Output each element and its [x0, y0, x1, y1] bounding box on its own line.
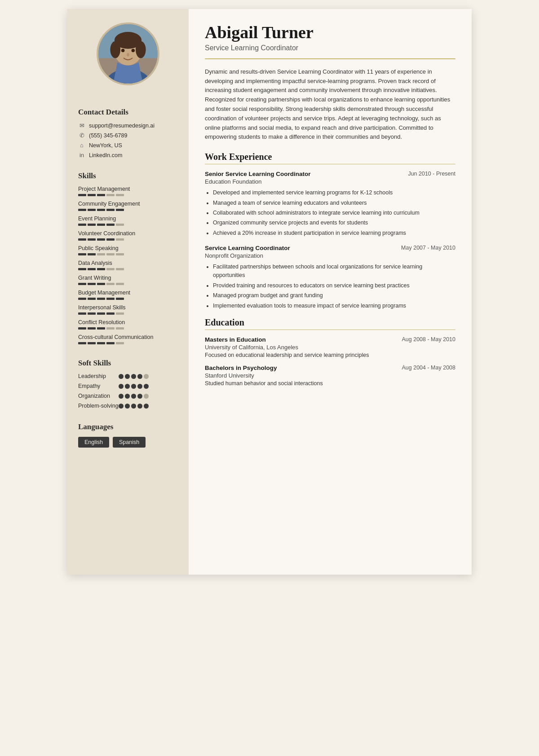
contact-linkedin: in LinkedIn.com — [78, 152, 122, 158]
education-title: Education — [205, 317, 455, 330]
skill-segment-empty — [116, 238, 124, 241]
skill-segment-filled — [97, 312, 105, 315]
skill-segment-filled — [97, 298, 105, 300]
skill-item: Volunteer Coordination — [78, 230, 153, 241]
jobs-list: Senior Service Learning CoordinatorJun 2… — [205, 171, 455, 310]
skill-name: Conflict Resolution — [78, 319, 153, 325]
dot-filled — [131, 404, 136, 409]
skill-segment-filled — [97, 342, 105, 344]
dot-filled — [144, 384, 149, 389]
skill-name: Event Planning — [78, 215, 153, 222]
svg-point-8 — [132, 49, 135, 53]
dot-empty — [144, 374, 149, 379]
skill-segment-filled — [106, 298, 115, 300]
skill-item: Conflict Resolution — [78, 319, 153, 330]
skill-bar — [78, 312, 153, 315]
summary-text: Dynamic and results-driven Service Learn… — [205, 67, 455, 142]
skill-item: Community Engagement — [78, 201, 153, 211]
dot-filled — [137, 384, 142, 389]
skill-segment-empty — [116, 342, 124, 344]
contact-phone: ✆ (555) 345-6789 — [78, 132, 127, 139]
skill-segment-filled — [97, 327, 105, 330]
skill-item: Project Management — [78, 186, 153, 196]
skill-segment-filled — [97, 238, 105, 241]
skill-item: Event Planning — [78, 215, 153, 226]
skill-bar — [78, 327, 153, 330]
skill-bar — [78, 283, 153, 285]
resume-container: Contact Details ✉ support@resumedesign.a… — [67, 9, 472, 575]
skill-name: Grant Writing — [78, 275, 153, 281]
dot-filled — [119, 384, 124, 389]
dot-filled — [137, 374, 142, 379]
skill-item: Interpersonal Skills — [78, 304, 153, 315]
language-tag: English — [78, 437, 109, 448]
skill-item: Public Speaking — [78, 245, 153, 255]
skill-segment-empty — [106, 253, 115, 255]
skill-name: Data Analysis — [78, 260, 153, 266]
skill-segment-filled — [106, 209, 115, 211]
skill-bar — [78, 224, 153, 226]
contact-section-title: Contact Details — [78, 108, 128, 117]
job-item: Service Learning CoordinatorMay 2007 - M… — [205, 245, 455, 310]
dot-filled — [125, 404, 130, 409]
skill-segment-filled — [116, 298, 124, 300]
skill-bar — [78, 209, 153, 211]
edu-description: Focused on educational leadership and se… — [205, 352, 455, 358]
skill-item: Cross-cultural Communication — [78, 334, 153, 344]
skill-name: Project Management — [78, 186, 153, 192]
skill-segment-empty — [116, 283, 124, 285]
skill-segment-empty — [106, 327, 115, 330]
dot-filled — [119, 374, 124, 379]
svg-point-6 — [136, 41, 146, 58]
skill-name: Interpersonal Skills — [78, 304, 153, 311]
header-divider — [205, 58, 455, 59]
dot-filled — [119, 404, 124, 409]
soft-skill-item: Organization — [78, 393, 149, 399]
soft-skills-section-title: Soft Skills — [78, 359, 111, 368]
job-header: Service Learning CoordinatorMay 2007 - M… — [205, 245, 455, 251]
skill-segment-filled — [88, 238, 96, 241]
education-item: Bachelors in PsychologyAug 2004 - May 20… — [205, 365, 455, 387]
skill-name: Public Speaking — [78, 245, 153, 251]
job-company: Education Foundation — [205, 178, 455, 185]
skill-segment-filled — [106, 312, 115, 315]
skill-segment-filled — [78, 327, 86, 330]
edu-school: University of California, Los Angeles — [205, 344, 455, 351]
skill-segment-filled — [88, 268, 96, 270]
job-dates: May 2007 - May 2010 — [401, 245, 455, 251]
dot-filled — [137, 394, 142, 399]
skill-segment-empty — [106, 268, 115, 270]
skill-segment-empty — [116, 312, 124, 315]
skill-segment-filled — [78, 283, 86, 285]
skill-segment-empty — [116, 194, 124, 196]
skill-segment-filled — [78, 209, 86, 211]
dot-filled — [125, 374, 130, 379]
skill-segment-empty — [106, 283, 115, 285]
email-icon: ✉ — [78, 122, 85, 129]
job-dates: Jun 2010 - Present — [408, 171, 455, 177]
job-title: Service Learning Coordinator — [205, 245, 290, 251]
skill-segment-filled — [78, 298, 86, 300]
skill-segment-empty — [97, 253, 105, 255]
skill-segment-empty — [116, 268, 124, 270]
dot-filled — [131, 374, 136, 379]
skills-list: Project ManagementCommunity EngagementEv… — [78, 186, 153, 349]
location-icon: ⌂ — [78, 142, 85, 149]
job-bullet: Provided training and resources to educa… — [213, 281, 455, 290]
soft-skill-name: Problem-solving — [78, 403, 119, 409]
languages-section-title: Languages — [78, 422, 113, 431]
job-bullet: Managed a team of service learning educa… — [213, 199, 455, 207]
job-bullet: Collaborated with school administrators … — [213, 209, 455, 217]
dot-filled — [119, 394, 124, 399]
skill-segment-filled — [78, 194, 86, 196]
soft-skill-dots — [119, 394, 149, 399]
soft-skill-name: Empathy — [78, 383, 100, 389]
soft-skill-item: Empathy — [78, 383, 149, 389]
skill-segment-filled — [97, 268, 105, 270]
edu-degree: Bachelors in Psychology — [205, 365, 277, 371]
skill-segment-filled — [106, 224, 115, 226]
skill-segment-filled — [97, 283, 105, 285]
dot-filled — [131, 384, 136, 389]
soft-skill-name: Leadership — [78, 373, 106, 379]
skill-segment-filled — [116, 209, 124, 211]
